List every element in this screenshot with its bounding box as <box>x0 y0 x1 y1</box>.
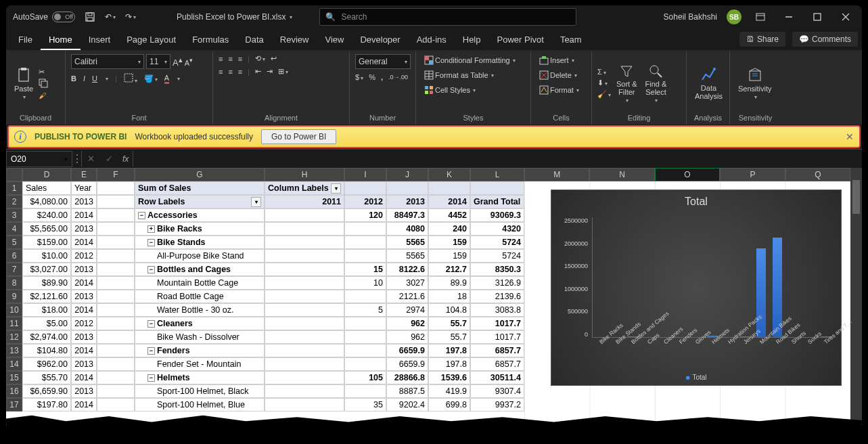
embedded-chart[interactable]: Total 2500000200000015000001000000500000… <box>551 190 842 386</box>
increase-font-icon[interactable]: A▴ <box>173 56 183 68</box>
align-bottom-icon[interactable]: ≡ <box>238 55 242 63</box>
col-header-D[interactable]: D <box>22 168 71 181</box>
row-header[interactable]: 13 <box>6 344 22 357</box>
cell[interactable] <box>97 357 135 371</box>
cell[interactable]: 2014 <box>71 276 97 290</box>
cell[interactable]: 28866.8 <box>386 371 428 384</box>
cell[interactable]: 1539.6 <box>428 371 470 384</box>
cell[interactable]: 2014 <box>71 303 97 317</box>
decrease-indent-icon[interactable]: ⇤ <box>255 67 261 76</box>
cell[interactable]: 3126.9 <box>470 276 524 290</box>
cell[interactable]: $197.80 <box>22 398 71 412</box>
cell[interactable]: $159.00 <box>22 236 71 249</box>
row-header[interactable]: 16 <box>6 384 22 398</box>
col-header-P[interactable]: P <box>720 168 785 181</box>
cell[interactable]: 197.8 <box>428 344 470 357</box>
cell[interactable] <box>344 249 386 263</box>
cell[interactable]: $104.80 <box>22 344 71 357</box>
cell[interactable]: $240.00 <box>22 208 71 222</box>
expand-collapse-icon[interactable]: − <box>147 239 155 246</box>
cell[interactable]: 3027 <box>386 276 428 290</box>
tab-power-pivot[interactable]: Power Pivot <box>489 30 552 49</box>
filter-dropdown-icon[interactable]: ▾ <box>251 197 261 207</box>
cell[interactable] <box>265 263 344 276</box>
cell[interactable]: 2014 <box>71 398 97 412</box>
col-header-L[interactable]: L <box>470 168 524 181</box>
expand-collapse-icon[interactable]: − <box>138 212 145 219</box>
filename[interactable]: Publish Excel to Power BI.xlsx▾ <box>177 12 292 22</box>
tab-formulas[interactable]: Formulas <box>184 30 237 49</box>
redo-icon[interactable]: ↷▾ <box>125 12 136 22</box>
cell[interactable]: Sales <box>22 181 71 195</box>
minimize-icon[interactable] <box>779 7 798 26</box>
tab-review[interactable]: Review <box>272 30 317 49</box>
formula-input[interactable] <box>133 151 862 167</box>
row-header[interactable]: 3 <box>6 208 22 222</box>
cell[interactable]: $89.90 <box>22 276 71 290</box>
cell[interactable]: 159 <box>428 249 470 263</box>
cut-icon[interactable]: ✂ <box>39 68 48 76</box>
format-as-table-button[interactable]: Format as Table▾ <box>421 69 497 81</box>
sensitivity-button[interactable]: Sensitivity▾ <box>735 64 775 103</box>
cell[interactable]: $55.70 <box>22 371 71 384</box>
bold-button[interactable]: B <box>71 74 76 83</box>
cell[interactable]: 18 <box>428 290 470 303</box>
cell[interactable]: 5724 <box>470 249 524 263</box>
font-name-combo[interactable]: Calibri▾ <box>71 54 144 69</box>
cell[interactable]: −Cleaners <box>135 317 265 330</box>
cell[interactable] <box>97 317 135 330</box>
cell[interactable]: 2012 <box>71 249 97 263</box>
cell[interactable] <box>265 303 344 317</box>
percent-icon[interactable]: % <box>369 73 375 81</box>
cell[interactable]: 2014 <box>71 236 97 249</box>
col-header-M[interactable]: M <box>524 168 589 181</box>
cell[interactable]: Grand Total <box>470 195 524 208</box>
col-header-N[interactable]: N <box>589 168 654 181</box>
row-header[interactable]: 7 <box>6 263 22 276</box>
cell[interactable]: $3,027.00 <box>22 263 71 276</box>
cell[interactable] <box>265 344 344 357</box>
cell[interactable] <box>344 236 386 249</box>
fill-color-icon[interactable]: 🪣▾ <box>144 74 158 83</box>
cell[interactable]: $2,974.00 <box>22 330 71 344</box>
cell[interactable]: −Fenders <box>135 344 265 357</box>
cell[interactable] <box>265 249 344 263</box>
row-header[interactable]: 17 <box>6 398 22 412</box>
tab-help[interactable]: Help <box>455 30 489 49</box>
cell[interactable]: 2011 <box>265 195 344 208</box>
italic-button[interactable]: I <box>83 74 85 83</box>
tab-team[interactable]: Team <box>552 30 590 49</box>
insert-cells-button[interactable]: Insert▾ <box>536 54 577 66</box>
cell[interactable] <box>97 290 135 303</box>
cell[interactable]: 2013 <box>71 195 97 208</box>
cell[interactable] <box>265 371 344 384</box>
cell[interactable]: $4,080.00 <box>22 195 71 208</box>
cell[interactable]: 962 <box>386 330 428 344</box>
cell[interactable] <box>386 181 428 195</box>
font-size-combo[interactable]: 11▾ <box>146 54 170 69</box>
cell[interactable]: 2014 <box>71 371 97 384</box>
cell[interactable]: −Accessories <box>135 208 265 222</box>
conditional-formatting-button[interactable]: Conditional Formatting▾ <box>421 54 518 66</box>
name-box[interactable]: O20 <box>6 151 60 167</box>
go-to-powerbi-button[interactable]: Go to Power BI <box>261 129 336 144</box>
row-header[interactable]: 12 <box>6 330 22 344</box>
cell[interactable] <box>265 236 344 249</box>
cell[interactable]: 5 <box>344 303 386 317</box>
cell-styles-button[interactable]: Cell Styles▾ <box>421 84 478 96</box>
tab-view[interactable]: View <box>317 30 352 49</box>
cell[interactable]: $10.00 <box>22 249 71 263</box>
cell[interactable]: 6659.9 <box>386 344 428 357</box>
orientation-icon[interactable]: ⟲▾ <box>255 54 265 63</box>
cell[interactable]: 88497.3 <box>386 208 428 222</box>
cell[interactable]: 1017.7 <box>470 317 524 330</box>
cell[interactable]: −Bottles and Cages <box>135 263 265 276</box>
cell[interactable]: Year <box>71 181 97 195</box>
cell[interactable] <box>265 398 344 412</box>
cell[interactable] <box>344 317 386 330</box>
cell[interactable] <box>97 371 135 384</box>
save-icon[interactable] <box>85 12 95 22</box>
cell[interactable] <box>344 344 386 357</box>
cell[interactable] <box>97 276 135 290</box>
filter-dropdown-icon[interactable]: ▾ <box>331 183 341 194</box>
